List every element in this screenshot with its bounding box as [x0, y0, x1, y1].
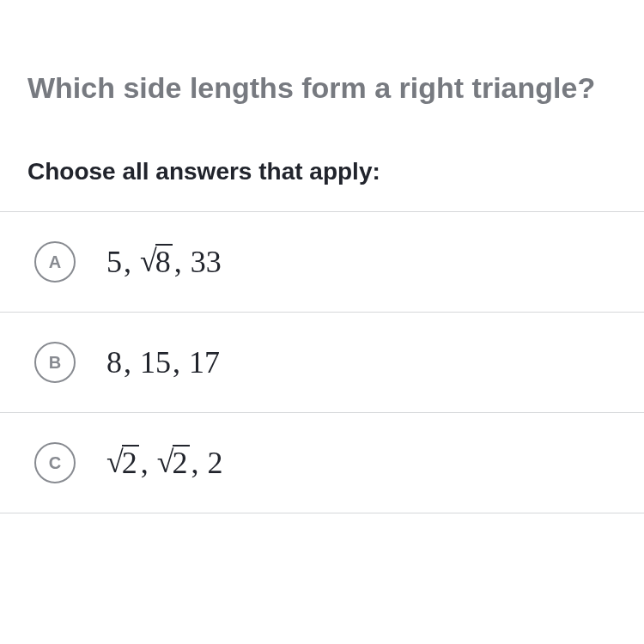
comma-separator: , — [124, 244, 131, 280]
option-c[interactable]: C √2, √2, 2 — [0, 413, 644, 513]
option-content: 8, 15, 17 — [106, 344, 220, 380]
number-value: 8 — [106, 344, 122, 380]
number-value: 5 — [106, 244, 122, 280]
options-list: A 5, √8, 33 B 8, 15, 17 C √2, √2, 2 — [0, 211, 644, 513]
radical-icon: √ — [106, 447, 124, 477]
question-text: Which side lengths form a right triangle… — [0, 69, 644, 106]
comma-separator: , — [174, 244, 182, 280]
radicand-value: 2 — [122, 445, 139, 481]
comma-separator: , — [173, 344, 180, 380]
option-b[interactable]: B 8, 15, 17 — [0, 313, 644, 413]
option-a[interactable]: A 5, √8, 33 — [0, 212, 644, 313]
sqrt-expression: √8 — [140, 244, 173, 280]
number-value: 17 — [189, 344, 220, 380]
radical-icon: √ — [140, 246, 157, 276]
option-content: 5, √8, 33 — [106, 244, 222, 280]
quiz-container: Which side lengths form a right triangle… — [0, 0, 644, 513]
option-letter-badge: A — [34, 241, 76, 283]
instruction-text: Choose all answers that apply: — [0, 158, 644, 185]
radical-icon: √ — [157, 447, 174, 477]
comma-separator: , — [124, 344, 131, 380]
comma-separator: , — [141, 445, 149, 481]
number-value: 2 — [208, 445, 223, 481]
option-letter-badge: B — [34, 342, 76, 383]
number-value: 15 — [140, 344, 171, 380]
option-letter-badge: C — [34, 442, 76, 483]
option-content: √2, √2, 2 — [106, 445, 223, 481]
sqrt-expression: √2 — [157, 445, 190, 481]
comma-separator: , — [191, 445, 199, 481]
sqrt-expression: √2 — [106, 445, 139, 481]
number-value: 33 — [191, 244, 222, 280]
radicand-value: 2 — [173, 445, 190, 481]
radicand-value: 8 — [155, 244, 173, 280]
